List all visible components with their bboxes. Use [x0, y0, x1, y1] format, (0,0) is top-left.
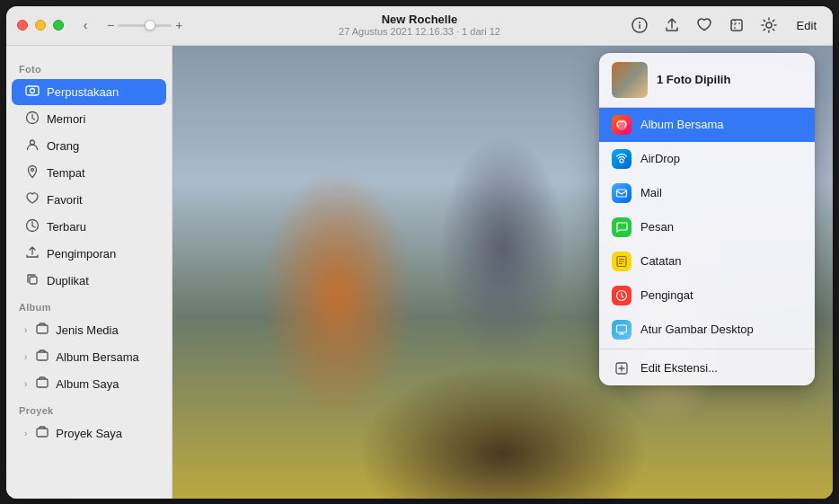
chevron-album-saya: ›: [24, 379, 27, 389]
memori-icon: [24, 111, 40, 128]
sidebar-item-orang[interactable]: Orang: [12, 133, 166, 159]
sidebar-item-proyek-saya[interactable]: › Proyek Saya: [12, 420, 166, 447]
terbaru-label: Terbaru: [47, 220, 86, 234]
svg-rect-12: [37, 325, 48, 333]
close-button[interactable]: [17, 20, 28, 31]
jenis-media-icon: [34, 322, 50, 339]
favorit-label: Favorit: [47, 193, 83, 207]
share-menu-pengingat[interactable]: Pengingat: [599, 279, 815, 313]
pengingat-menu-label: Pengingat: [640, 288, 693, 302]
chevron-album-bersama: ›: [24, 352, 27, 362]
chevron-jenis-media: ›: [24, 325, 27, 335]
share-thumbnail: [612, 62, 648, 98]
desktop-menu-icon: [612, 320, 631, 340]
zoom-minus-icon[interactable]: −: [107, 18, 114, 32]
sidebar-item-memori[interactable]: Memori: [12, 106, 166, 132]
back-icon: ‹: [84, 18, 88, 32]
svg-rect-15: [37, 429, 48, 437]
sidebar-item-duplikat[interactable]: Duplikat: [12, 268, 166, 294]
svg-rect-13: [37, 352, 48, 360]
album-saya-label: Album Saya: [56, 377, 119, 391]
window-title: New Rochelle: [339, 13, 500, 27]
mail-menu-icon: [612, 183, 631, 203]
duplikat-icon: [24, 272, 40, 289]
pesan-menu-icon: [612, 217, 631, 237]
airdrop-menu-label: AirDrop: [640, 152, 680, 165]
zoom-plus-icon[interactable]: +: [175, 18, 182, 32]
svg-rect-2: [639, 24, 640, 29]
svg-point-16: [616, 119, 627, 130]
sidebar-item-terbaru[interactable]: Terbaru: [12, 214, 166, 240]
traffic-lights: [17, 20, 64, 31]
titlebar-center: New Rochelle 27 Agustus 2021 12.16.33 · …: [339, 13, 500, 39]
main-window: ‹ − + New Rochelle 27 Agustus 2021 12.16…: [6, 6, 833, 499]
share-dropdown: 1 Foto Dipilih Album Bersama: [599, 53, 815, 385]
svg-rect-5: [26, 86, 39, 95]
album-bersama-menu-label: Album Bersama: [640, 118, 723, 131]
sidebar: Foto Perpustakaan Memori: [6, 46, 172, 499]
edit-ekstensi-menu-label: Edit Ekstensi...: [640, 361, 718, 375]
share-header: 1 Foto Dipilih: [599, 53, 815, 108]
share-count-label: 1 Foto Dipilih: [657, 73, 730, 86]
nav-controls: ‹: [75, 14, 96, 36]
back-button[interactable]: ‹: [75, 14, 96, 36]
photo-area[interactable]: 1 Foto Dipilih Album Bersama: [172, 46, 833, 499]
edit-ekstensi-menu-icon: [612, 358, 631, 378]
svg-rect-11: [30, 277, 37, 284]
minimize-button[interactable]: [35, 20, 46, 31]
orang-label: Orang: [47, 139, 79, 153]
sidebar-item-tempat[interactable]: Tempat: [12, 160, 166, 186]
tempat-label: Tempat: [47, 166, 85, 180]
svg-point-1: [639, 22, 640, 23]
memori-label: Memori: [47, 112, 85, 126]
share-menu-mail[interactable]: Mail: [599, 176, 815, 210]
sidebar-item-album-bersama[interactable]: › Album Bersama: [12, 344, 166, 370]
sidebar-item-album-saya[interactable]: › Album Saya: [12, 371, 166, 397]
pengimporan-icon: [24, 245, 40, 262]
share-menu-edit-ekstensi[interactable]: Edit Ekstensi...: [599, 351, 815, 385]
catatan-menu-icon: [612, 252, 631, 271]
info-button[interactable]: [630, 15, 649, 35]
share-menu-album-bersama[interactable]: Album Bersama: [599, 108, 815, 142]
chevron-proyek-saya: ›: [24, 429, 27, 438]
proyek-saya-icon: [34, 425, 50, 442]
crop-button[interactable]: [727, 15, 746, 35]
proyek-saya-label: Proyek Saya: [56, 427, 122, 440]
zoom-slider[interactable]: [118, 24, 172, 27]
share-menu-airdrop[interactable]: AirDrop: [599, 142, 815, 176]
section-label-foto: Foto: [6, 57, 172, 78]
enhance-button[interactable]: [759, 15, 779, 35]
jenis-media-label: Jenis Media: [56, 323, 118, 337]
share-menu-pesan[interactable]: Pesan: [599, 210, 815, 244]
svg-rect-21: [617, 325, 627, 332]
svg-point-4: [766, 22, 772, 28]
titlebar-actions: Edit: [630, 15, 822, 35]
zoom-control[interactable]: − +: [107, 18, 182, 32]
share-menu-desktop[interactable]: Atur Gambar Desktop: [599, 313, 815, 347]
perpustakaan-icon: [24, 84, 40, 101]
sidebar-item-favorit[interactable]: Favorit: [12, 187, 166, 213]
orang-icon: [24, 137, 40, 155]
perpustakaan-label: Perpustakaan: [47, 85, 119, 99]
sidebar-item-pengimporan[interactable]: Pengimporan: [12, 241, 166, 267]
terbaru-icon: [24, 218, 40, 235]
sidebar-item-jenis-media[interactable]: › Jenis Media: [12, 317, 166, 343]
mail-menu-label: Mail: [640, 186, 662, 199]
maximize-button[interactable]: [53, 20, 64, 31]
share-button[interactable]: [662, 15, 682, 35]
menu-divider: [599, 349, 815, 349]
favorit-icon: [24, 191, 40, 208]
favorite-button[interactable]: [694, 15, 714, 35]
pesan-menu-label: Pesan: [640, 220, 674, 234]
tempat-icon: [24, 164, 40, 181]
svg-point-8: [31, 140, 35, 145]
svg-point-9: [31, 168, 34, 171]
edit-button[interactable]: Edit: [791, 17, 822, 34]
svg-rect-3: [731, 20, 742, 31]
titlebar: ‹ − + New Rochelle 27 Agustus 2021 12.16…: [6, 6, 833, 46]
svg-point-17: [620, 159, 623, 163]
zoom-thumb: [145, 20, 155, 31]
sidebar-item-perpustakaan[interactable]: Perpustakaan: [12, 79, 166, 105]
share-menu-catatan[interactable]: Catatan: [599, 244, 815, 279]
album-bersama-menu-icon: [612, 115, 631, 135]
